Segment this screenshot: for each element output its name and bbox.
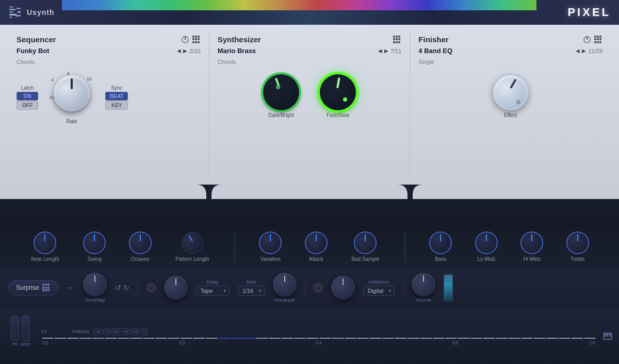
white-key[interactable] bbox=[181, 338, 192, 339]
sync-key-button[interactable]: KEY bbox=[105, 101, 128, 110]
white-key[interactable] bbox=[79, 338, 91, 339]
surprise-button[interactable]: Surprise bbox=[8, 280, 58, 295]
white-key[interactable] bbox=[369, 338, 381, 339]
pitch-bend-strip[interactable] bbox=[11, 316, 19, 341]
variation-knob[interactable] bbox=[260, 233, 281, 253]
synth-prev[interactable]: ◀ bbox=[378, 48, 382, 54]
ambience-select[interactable]: Digital Hall Room bbox=[363, 286, 395, 296]
mod-strip[interactable] bbox=[22, 316, 30, 341]
white-key-active[interactable] bbox=[231, 338, 243, 339]
power-icon[interactable] bbox=[181, 36, 189, 44]
white-key[interactable] bbox=[42, 338, 54, 339]
ambience-power-button[interactable] bbox=[314, 283, 323, 292]
pattern-btn-6[interactable]: □ bbox=[141, 328, 148, 335]
white-key[interactable] bbox=[559, 338, 571, 339]
white-key[interactable] bbox=[546, 338, 558, 339]
latch-off-button[interactable]: OFF bbox=[17, 101, 38, 110]
treble-knob[interactable] bbox=[567, 233, 588, 253]
white-key[interactable] bbox=[496, 338, 508, 339]
rate-select[interactable]: 1/16 1/8 1/4 bbox=[238, 286, 265, 296]
attack-knob[interactable] bbox=[306, 233, 327, 253]
white-key[interactable] bbox=[458, 338, 469, 339]
rate-knob[interactable] bbox=[54, 75, 90, 111]
white-key[interactable] bbox=[269, 338, 281, 339]
white-key[interactable] bbox=[521, 338, 533, 339]
white-key[interactable] bbox=[306, 338, 318, 339]
synth-next[interactable]: ▶ bbox=[384, 48, 388, 54]
bad-sample-knob[interactable] bbox=[355, 233, 376, 253]
white-key[interactable] bbox=[584, 338, 596, 339]
white-key[interactable] bbox=[483, 338, 495, 339]
white-key[interactable] bbox=[395, 338, 406, 339]
white-key[interactable] bbox=[256, 338, 268, 339]
white-key[interactable] bbox=[155, 338, 167, 339]
finisher-power-icon[interactable] bbox=[583, 36, 591, 44]
delay-power-button[interactable] bbox=[146, 283, 156, 292]
finisher-next[interactable]: ▶ bbox=[582, 48, 586, 54]
fast-slow-knob[interactable] bbox=[320, 74, 356, 110]
white-key[interactable] bbox=[92, 338, 104, 339]
hi-mids-knob[interactable] bbox=[522, 233, 542, 253]
white-key[interactable] bbox=[408, 338, 419, 339]
white-key[interactable] bbox=[193, 338, 205, 339]
variation-label: Variation bbox=[260, 256, 281, 262]
octaves-knob[interactable] bbox=[130, 233, 151, 253]
volume-fader[interactable] bbox=[444, 274, 453, 301]
volume-knob[interactable] bbox=[412, 273, 435, 296]
white-key[interactable] bbox=[206, 338, 218, 339]
piano-icon[interactable] bbox=[602, 331, 613, 341]
pattern-length-knob[interactable] bbox=[182, 233, 203, 253]
sync-beat-button[interactable]: BEAT bbox=[105, 92, 128, 101]
pattern-btn-5[interactable]: ×4 bbox=[131, 328, 139, 335]
white-key[interactable] bbox=[420, 338, 432, 339]
synth-grid-icon[interactable] bbox=[393, 36, 401, 44]
white-key-active[interactable] bbox=[243, 338, 255, 339]
note-length-knob[interactable] bbox=[35, 233, 55, 253]
white-key[interactable] bbox=[382, 338, 394, 339]
pattern-btn-4[interactable]: ×3 bbox=[121, 328, 129, 335]
swing-knob[interactable] bbox=[84, 233, 105, 253]
white-key[interactable] bbox=[143, 338, 155, 339]
sequencer-prev[interactable]: ◀ bbox=[177, 48, 181, 54]
white-key[interactable] bbox=[105, 338, 117, 339]
bass-knob[interactable] bbox=[430, 233, 451, 253]
pattern-btn-2[interactable]: □ bbox=[103, 328, 110, 335]
pattern-btn-1[interactable]: ◁× bbox=[93, 328, 103, 335]
white-key[interactable] bbox=[168, 338, 180, 339]
white-key[interactable] bbox=[130, 338, 142, 339]
white-key[interactable] bbox=[445, 338, 457, 339]
white-key[interactable] bbox=[294, 338, 306, 339]
small-big-knob[interactable] bbox=[83, 273, 107, 296]
grid-icon[interactable] bbox=[192, 36, 201, 44]
pattern-btn-3[interactable]: ×2 bbox=[111, 328, 120, 335]
undo-button[interactable]: ↺ bbox=[115, 284, 121, 292]
white-key[interactable] bbox=[508, 338, 520, 339]
lo-mids-knob[interactable] bbox=[476, 233, 497, 253]
finisher-grid-icon[interactable] bbox=[594, 36, 602, 44]
delay-knob[interactable] bbox=[164, 276, 188, 300]
synthesizer-preset-name: Mario Brass bbox=[218, 47, 256, 55]
white-key[interactable] bbox=[67, 338, 79, 339]
white-key[interactable] bbox=[281, 338, 293, 339]
piano-keys[interactable] bbox=[41, 337, 596, 339]
white-key[interactable] bbox=[332, 338, 344, 339]
white-key[interactable] bbox=[533, 338, 545, 339]
white-key[interactable] bbox=[571, 338, 583, 339]
redo-button[interactable]: ↻ bbox=[123, 284, 129, 292]
delay-type-select[interactable]: Tape Digital Analog bbox=[196, 286, 230, 296]
dark-bright-knob[interactable] bbox=[263, 74, 299, 110]
sequencer-next[interactable]: ▶ bbox=[183, 48, 187, 54]
white-key[interactable] bbox=[433, 338, 445, 339]
white-key[interactable] bbox=[357, 338, 369, 339]
white-key[interactable] bbox=[319, 338, 331, 339]
finisher-prev[interactable]: ◀ bbox=[576, 48, 580, 54]
white-key-active[interactable] bbox=[218, 338, 230, 339]
white-key[interactable] bbox=[345, 338, 356, 339]
feedback-knob[interactable] bbox=[273, 273, 297, 296]
latch-on-button[interactable]: ON bbox=[17, 92, 38, 101]
white-key[interactable] bbox=[118, 338, 129, 339]
effect-knob[interactable] bbox=[493, 74, 529, 110]
ambience-knob[interactable] bbox=[331, 276, 355, 300]
white-key[interactable] bbox=[470, 338, 482, 339]
white-key[interactable] bbox=[54, 338, 66, 339]
